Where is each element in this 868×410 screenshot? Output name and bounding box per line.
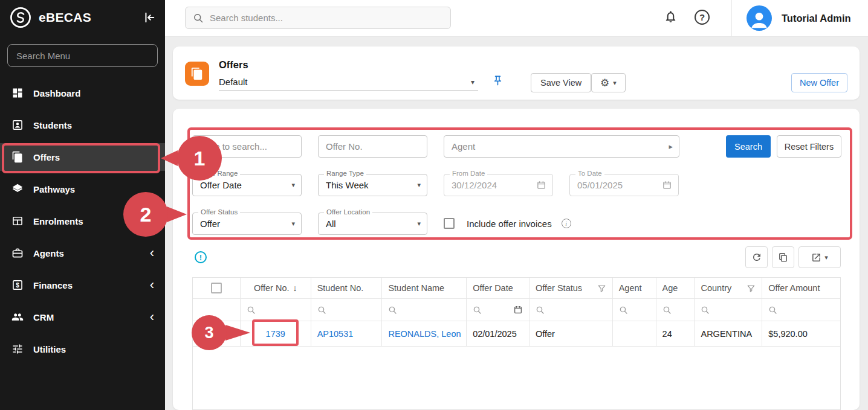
caret-down-icon: ▾: [417, 220, 421, 228]
sidebar-item-enrolments[interactable]: Enrolments: [0, 207, 165, 235]
sidebar-item-dashboard[interactable]: Dashboard: [0, 79, 165, 107]
svg-text:$: $: [16, 282, 19, 289]
filter-funnel-icon[interactable]: [597, 284, 606, 293]
range-type-select[interactable]: Range Type This Week ▾: [318, 174, 427, 196]
user-avatar[interactable]: [747, 5, 772, 31]
column-header-student-name[interactable]: Student Name: [382, 278, 467, 299]
sidebar-item-finances[interactable]: $ Finances ‹: [0, 271, 165, 299]
sidebar-item-label: Dashboard: [33, 88, 80, 98]
enrolments-icon: [11, 215, 24, 227]
column-search-icon: [701, 306, 710, 315]
filter-cell: [193, 299, 241, 321]
sidebar-item-label: Utilities: [33, 344, 66, 354]
sidebar-collapse-icon[interactable]: [142, 11, 155, 24]
filter-funnel-icon[interactable]: [747, 284, 756, 293]
view-selector[interactable]: Default ▾: [219, 74, 478, 91]
new-offer-button[interactable]: New Offer: [791, 73, 847, 92]
offer-no-input[interactable]: [319, 136, 427, 157]
include-invoices-checkbox[interactable]: [444, 218, 455, 229]
range-type-value: This Week: [326, 180, 369, 190]
filter-cell-agent[interactable]: [613, 299, 656, 321]
filter-cell-offer-date[interactable]: [467, 299, 530, 321]
offer-link[interactable]: 1739: [266, 329, 285, 339]
filter-cell-age[interactable]: [656, 299, 695, 321]
filter-cell-student-name[interactable]: [382, 299, 467, 321]
offer-status-select[interactable]: Offer Status Offer ▾: [192, 213, 302, 235]
cell-offer-amount: $5,920.00: [762, 321, 840, 347]
select-all-checkbox[interactable]: [211, 283, 222, 293]
offer-no-field: [318, 135, 427, 158]
column-header-student-no[interactable]: Student No.: [311, 278, 383, 299]
caret-down-icon: ▾: [471, 78, 478, 86]
crm-icon: [11, 311, 24, 323]
column-header-country[interactable]: Country: [695, 278, 762, 299]
column-header-agent[interactable]: Agent: [613, 278, 656, 299]
offer-status-label: Offer Status: [198, 208, 240, 216]
cell-agent: [613, 321, 656, 347]
export-icon: [811, 252, 821, 263]
filter-cell-offer-status[interactable]: [530, 299, 613, 321]
save-view-button[interactable]: Save View: [531, 73, 591, 92]
utilities-icon: [11, 343, 24, 355]
filter-cell-offer-amount[interactable]: [762, 299, 840, 321]
column-label: Country: [701, 283, 731, 293]
copy-button[interactable]: [772, 246, 794, 268]
pin-view-icon[interactable]: [492, 75, 504, 89]
student-search-input[interactable]: [210, 13, 443, 23]
refresh-icon: [751, 252, 762, 263]
help-icon[interactable]: ?: [695, 10, 710, 25]
search-button[interactable]: Search: [726, 135, 771, 158]
sidebar-item-agents[interactable]: Agents ‹: [0, 239, 165, 267]
column-header-offer-amount[interactable]: Offer Amount: [762, 278, 840, 299]
date-range-label: Date Range: [198, 170, 240, 177]
column-header-age[interactable]: Age: [656, 278, 695, 299]
sidebar-item-utilities[interactable]: Utilities: [0, 335, 165, 363]
sidebar-header: eBECAS: [0, 0, 165, 34]
caret-down-icon: ▾: [613, 80, 617, 86]
calendar-icon[interactable]: [513, 305, 523, 315]
sidebar-item-pathways[interactable]: Pathways: [0, 175, 165, 203]
column-search-icon: [247, 306, 256, 315]
cell-student-no: AP10531: [311, 321, 383, 347]
column-header-offer-status[interactable]: Offer Status: [530, 278, 613, 299]
include-invoices-row: Include offer invoices i: [444, 218, 571, 229]
sidebar-item-students[interactable]: Students: [0, 111, 165, 139]
student-name-link[interactable]: REONALDS, Leon: [388, 329, 461, 339]
row-checkbox[interactable]: [211, 328, 222, 339]
column-label: Age: [662, 283, 678, 293]
cell-offer-date: 02/01/2025: [467, 321, 530, 347]
sidebar-item-offers[interactable]: Offers: [0, 143, 165, 171]
date-range-select[interactable]: Date Range Offer Date ▾: [192, 174, 302, 196]
filter-cell-student-no[interactable]: [311, 299, 383, 321]
column-search-icon: [317, 306, 326, 315]
filter-cell-country[interactable]: [695, 299, 762, 321]
sidebar-item-label: Enrolments: [33, 216, 83, 226]
sidebar-search: [7, 44, 158, 67]
from-date-label: From Date: [450, 170, 487, 177]
reset-filters-button[interactable]: Reset Filters: [777, 135, 841, 158]
notifications-bell-icon[interactable]: [664, 10, 678, 26]
column-label: Offer No.: [254, 283, 290, 293]
chevron-left-icon: ‹: [150, 310, 154, 324]
offer-location-select[interactable]: Offer Location All ▾: [318, 213, 427, 235]
sidebar-item-label: Students: [33, 120, 72, 130]
student-no-link[interactable]: AP10531: [317, 329, 354, 339]
info-icon[interactable]: i: [562, 219, 571, 228]
sidebar-search-input[interactable]: [7, 44, 158, 67]
agent-input[interactable]: [444, 136, 669, 157]
students-icon: [11, 119, 24, 131]
grid-alert-icon[interactable]: !: [195, 251, 207, 263]
chevron-left-icon: ‹: [150, 278, 154, 292]
copy-icon: [778, 252, 788, 263]
column-header-offer-date[interactable]: Offer Date: [467, 278, 530, 299]
view-settings-button[interactable]: ⚙ ▾: [591, 73, 626, 92]
column-header-offer-no[interactable]: Offer No. ↓: [241, 278, 311, 299]
export-button[interactable]: ▾: [798, 246, 841, 268]
table-row[interactable]: 1739 AP10531 REONALDS, Leon 02/01/2025 O…: [193, 321, 840, 347]
refresh-button[interactable]: [745, 246, 768, 268]
range-type-label: Range Type: [324, 170, 366, 177]
caret-right-icon[interactable]: ▸: [669, 142, 679, 151]
filter-cell-offer-no[interactable]: [241, 299, 311, 321]
text-search-input[interactable]: [193, 136, 301, 157]
sidebar-item-crm[interactable]: CRM ‹: [0, 303, 165, 331]
